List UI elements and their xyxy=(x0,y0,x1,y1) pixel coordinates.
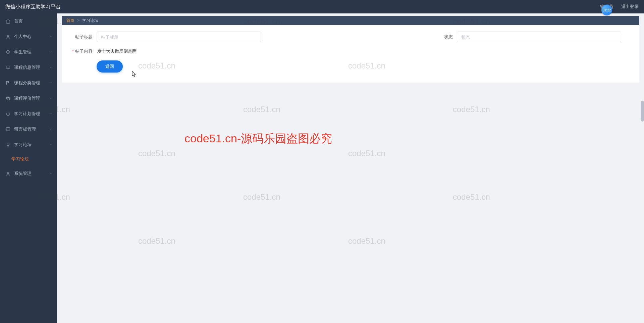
flag-icon xyxy=(5,80,11,86)
bulb-icon xyxy=(5,142,11,147)
chevron-down-icon xyxy=(49,96,52,101)
sidebar-item-label: 留言板管理 xyxy=(14,126,36,132)
user-icon xyxy=(5,171,11,176)
app-title: 微信小程序互助学习平台 xyxy=(5,4,61,10)
form-group-title: 帖子标题 xyxy=(66,32,351,42)
chevron-down-icon xyxy=(49,171,52,176)
content-label-text: 帖子内容 xyxy=(75,49,93,54)
power-icon xyxy=(5,111,11,117)
sidebar-item-label: 学习论坛 xyxy=(14,142,32,148)
sidebar: 首页 个人中心 学生管理 课程信息管理 xyxy=(0,13,57,323)
sidebar-item-students[interactable]: 学生管理 xyxy=(0,44,57,60)
chevron-down-icon xyxy=(49,81,52,86)
sidebar-item-label: 学习计划管理 xyxy=(14,111,40,117)
chevron-up-icon xyxy=(49,142,52,147)
form-panel: 帖子标题 状态 *帖子内容 发士大夫撒反倒是萨 返回 xyxy=(62,25,639,83)
content-label: *帖子内容 xyxy=(66,48,97,54)
breadcrumb-current: 学习论坛 xyxy=(82,18,98,24)
sidebar-subitem-study-forum[interactable]: 学习论坛 xyxy=(0,152,57,166)
title-input[interactable] xyxy=(97,32,261,42)
sidebar-item-home[interactable]: 首页 xyxy=(0,13,57,29)
main-area: 首页 > 学习论坛 帖子标题 状态 *帖子内容 xyxy=(57,13,644,323)
logout-link[interactable]: 退出登录 xyxy=(621,4,639,10)
breadcrumb: 首页 > 学习论坛 xyxy=(62,16,639,25)
sidebar-item-label: 课程评价管理 xyxy=(14,95,40,101)
scrollbar-thumb[interactable] xyxy=(641,101,644,122)
svg-rect-2 xyxy=(6,66,10,68)
svg-rect-5 xyxy=(7,98,10,100)
sidebar-item-label: 课程分类管理 xyxy=(14,80,40,86)
sidebar-item-system[interactable]: 系统管理 xyxy=(0,166,57,181)
breadcrumb-separator: > xyxy=(77,18,79,23)
required-marker: * xyxy=(72,49,74,54)
svg-point-8 xyxy=(7,172,9,174)
sidebar-item-label: 首页 xyxy=(14,18,23,24)
status-input[interactable] xyxy=(457,32,621,42)
form-group-content: *帖子内容 发士大夫撒反倒是萨 xyxy=(66,48,635,54)
chevron-down-icon xyxy=(49,127,52,132)
sidebar-item-label: 课程信息管理 xyxy=(14,64,40,71)
sidebar-item-course-review[interactable]: 课程评价管理 xyxy=(0,91,57,106)
button-row: 返回 xyxy=(66,60,635,73)
user-icon xyxy=(5,34,11,39)
sidebar-item-course-info[interactable]: 课程信息管理 xyxy=(0,60,57,75)
home-icon xyxy=(5,18,11,24)
sidebar-item-study-plan[interactable]: 学习计划管理 xyxy=(0,106,57,122)
chevron-down-icon xyxy=(49,34,52,39)
chevron-down-icon xyxy=(49,65,52,70)
chevron-down-icon xyxy=(49,50,52,55)
monitor-icon xyxy=(5,65,11,70)
sidebar-item-course-category[interactable]: 课程分类管理 xyxy=(0,75,57,91)
form-group-status: 状态 xyxy=(351,32,635,42)
title-label: 帖子标题 xyxy=(66,34,97,40)
back-button[interactable]: 返回 xyxy=(97,60,123,73)
status-label: 状态 xyxy=(437,34,457,40)
svg-rect-6 xyxy=(6,97,9,99)
sidebar-item-personal[interactable]: 个人中心 xyxy=(0,29,57,44)
content-value: 发士大夫撒反倒是萨 xyxy=(97,48,137,54)
sidebar-item-label: 学生管理 xyxy=(14,49,32,55)
sidebar-subitem-label: 学习论坛 xyxy=(11,156,29,162)
sidebar-item-message-board[interactable]: 留言板管理 xyxy=(0,122,57,137)
timer-badge: 01:22 xyxy=(601,5,612,15)
breadcrumb-home[interactable]: 首页 xyxy=(66,18,74,24)
copy-icon xyxy=(5,96,11,101)
clock-icon xyxy=(5,49,11,55)
svg-point-0 xyxy=(7,35,9,37)
sidebar-item-study-forum[interactable]: 学习论坛 xyxy=(0,137,57,152)
header-bar: 微信小程序互助学习平台 管理员 退出登录 xyxy=(0,0,644,13)
chevron-down-icon xyxy=(49,111,52,117)
message-icon xyxy=(5,127,11,132)
sidebar-item-label: 个人中心 xyxy=(14,34,32,40)
sidebar-item-label: 系统管理 xyxy=(14,171,32,177)
